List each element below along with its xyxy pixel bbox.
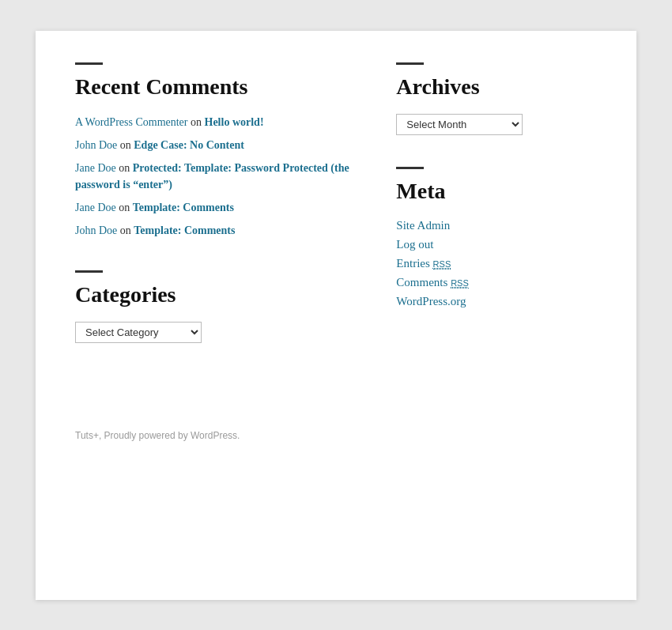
footer: Tuts+, Proudly powered by WordPress.	[75, 422, 597, 441]
meta-item-entries-rss: Entries RSS	[396, 256, 597, 270]
comment-connector-3: on	[119, 162, 133, 174]
comment-post-3[interactable]: Protected: Template: Password Protected …	[75, 162, 349, 191]
comment-item-1: A WordPress Commenter on Hello world!	[75, 114, 364, 130]
comment-author-1[interactable]: A WordPress Commenter	[75, 116, 188, 128]
right-column: Archives Select Month Meta Site Admin Lo…	[396, 62, 597, 375]
comment-post-1[interactable]: Hello world!	[205, 116, 264, 128]
comment-author-4[interactable]: Jane Doe	[75, 202, 116, 213]
comment-item-3: Jane Doe on Protected: Template: Passwor…	[75, 160, 364, 193]
comment-post-5[interactable]: Template: Comments	[134, 224, 235, 236]
archives-title: Archives	[396, 74, 597, 100]
recent-comments-divider	[75, 62, 103, 65]
meta-list: Site Admin Log out Entries RSS Comments …	[396, 218, 597, 308]
comment-author-5[interactable]: John Doe	[75, 224, 117, 236]
archives-section: Archives Select Month	[396, 62, 597, 135]
meta-link-site-admin[interactable]: Site Admin	[396, 219, 450, 232]
comment-connector-4: on	[119, 202, 133, 213]
categories-section: Categories Select Category	[75, 270, 364, 343]
meta-item-site-admin: Site Admin	[396, 218, 597, 232]
archive-select[interactable]: Select Month	[396, 114, 523, 135]
comment-post-4[interactable]: Template: Comments	[133, 202, 234, 213]
meta-title: Meta	[396, 179, 597, 204]
comment-author-2[interactable]: John Doe	[75, 139, 117, 151]
comment-item-5: John Doe on Template: Comments	[75, 222, 364, 239]
meta-link-comments-rss[interactable]: Comments RSS	[396, 276, 468, 289]
comments-rss-abbr: RSS	[451, 278, 469, 289]
comment-item-4: Jane Doe on Template: Comments	[75, 199, 364, 216]
recent-comments-section: Recent Comments A WordPress Commenter on…	[75, 62, 364, 239]
recent-comments-title: Recent Comments	[75, 74, 364, 100]
main-content: Recent Comments A WordPress Commenter on…	[75, 62, 597, 375]
meta-divider	[396, 167, 424, 169]
comment-item-2: John Doe on Edge Case: No Content	[75, 137, 364, 153]
categories-title: Categories	[75, 282, 364, 307]
comment-author-3[interactable]: Jane Doe	[75, 162, 116, 174]
categories-divider	[75, 270, 103, 273]
footer-text: Tuts+, Proudly powered by WordPress.	[75, 430, 597, 441]
category-select[interactable]: Select Category	[75, 322, 202, 343]
meta-link-wordpress-org[interactable]: WordPress.org	[396, 295, 466, 307]
comment-list: A WordPress Commenter on Hello world! Jo…	[75, 114, 364, 239]
meta-section: Meta Site Admin Log out Entries RSS Comm…	[396, 167, 597, 308]
meta-item-logout: Log out	[396, 237, 597, 251]
page-container: Recent Comments A WordPress Commenter on…	[36, 31, 636, 600]
comment-post-2[interactable]: Edge Case: No Content	[134, 139, 244, 151]
meta-item-comments-rss: Comments RSS	[396, 275, 597, 289]
comment-connector-2: on	[120, 139, 134, 151]
archives-divider	[396, 62, 424, 65]
meta-link-entries-rss[interactable]: Entries RSS	[396, 257, 451, 270]
entries-rss-abbr: RSS	[433, 259, 451, 270]
comment-connector-5: on	[120, 224, 134, 236]
comment-connector-1: on	[191, 116, 205, 128]
meta-link-logout[interactable]: Log out	[396, 238, 433, 251]
left-column: Recent Comments A WordPress Commenter on…	[75, 62, 364, 375]
meta-item-wordpress-org: WordPress.org	[396, 294, 597, 308]
